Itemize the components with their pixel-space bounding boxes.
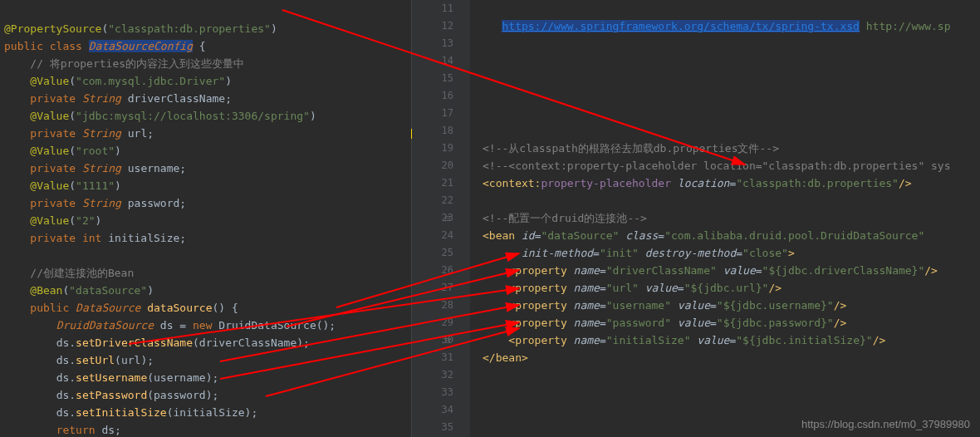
- xml-comment: <!--从classpath的根路径去加载db.properties文件-->: [483, 142, 779, 155]
- line-number[interactable]: 31: [412, 349, 453, 366]
- line-number[interactable]: 22: [412, 192, 453, 209]
- line-number[interactable]: 21: [412, 174, 453, 192]
- line-number[interactable]: 25: [412, 244, 453, 262]
- line-number[interactable]: 11: [412, 0, 453, 17]
- java-code-pane[interactable]: @PropertySource("classpath:db.properties…: [0, 0, 411, 437]
- line-number[interactable]: 13: [412, 35, 453, 52]
- line-number[interactable]: 16: [412, 87, 453, 105]
- class-name-highlight: DataSourceConfig: [89, 40, 193, 52]
- line-number[interactable]: 19: [412, 140, 453, 157]
- line-number[interactable]: 27: [412, 279, 453, 297]
- schema-url[interactable]: https://www.springframework.org/schema/t…: [502, 20, 859, 32]
- line-number[interactable]: 15: [412, 70, 453, 87]
- line-number-gutter[interactable]: 11 12 13 14 15 16 17 18 19 20 21 22 23⊟ …: [412, 0, 470, 437]
- xml-comment: <!--<context:property-placeholder locati…: [483, 160, 951, 172]
- line-number[interactable]: 30⊟: [412, 331, 453, 349]
- line-number[interactable]: 29: [412, 314, 453, 331]
- line-number[interactable]: 26: [412, 262, 453, 279]
- line-number[interactable]: 20: [412, 157, 453, 174]
- annotation: @PropertySource: [4, 22, 101, 35]
- xml-code[interactable]: https://www.springframework.org/schema/t…: [470, 0, 980, 437]
- line-number[interactable]: 24: [412, 227, 453, 244]
- line-number[interactable]: 23⊟: [412, 209, 453, 227]
- line-number[interactable]: 35: [412, 419, 453, 436]
- comment: // 将properties的内容注入到这些变量中: [30, 57, 244, 70]
- java-code[interactable]: @PropertySource("classpath:db.properties…: [4, 2, 411, 437]
- line-number[interactable]: 17: [412, 105, 453, 122]
- line-number[interactable]: 28: [412, 297, 453, 314]
- line-number[interactable]: 14: [412, 52, 453, 70]
- fold-icon[interactable]: ⊟: [445, 331, 450, 349]
- xml-code-pane[interactable]: 11 12 13 14 15 16 17 18 19 20 21 22 23⊟ …: [411, 0, 980, 437]
- fold-icon[interactable]: ⊟: [445, 209, 450, 227]
- line-number[interactable]: 18: [412, 122, 453, 140]
- line-number[interactable]: 33: [412, 384, 453, 401]
- line-number[interactable]: 12: [412, 17, 453, 35]
- line-number[interactable]: 34: [412, 401, 453, 419]
- xml-comment: <!--配置一个druid的连接池-->: [483, 212, 647, 224]
- line-number[interactable]: 32: [412, 366, 453, 384]
- watermark: https://blog.csdn.net/m0_37989980: [801, 418, 970, 430]
